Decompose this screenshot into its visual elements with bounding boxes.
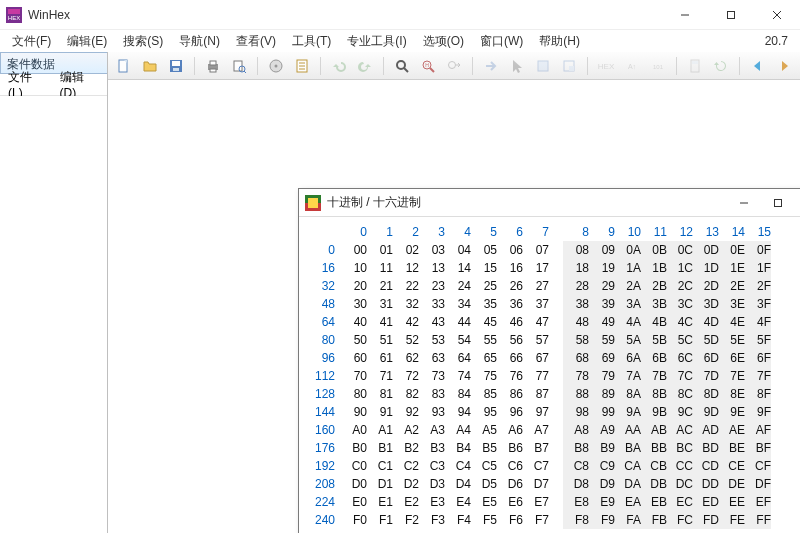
hex-cell[interactable]: 1D: [693, 259, 719, 277]
find-next-icon[interactable]: [444, 56, 464, 76]
hex-cell[interactable]: 70: [341, 367, 367, 385]
hex-cell[interactable]: 87: [523, 385, 549, 403]
hex-cell[interactable]: B3: [419, 439, 445, 457]
hex-cell[interactable]: 5E: [719, 331, 745, 349]
hex-cell[interactable]: E6: [497, 493, 523, 511]
hex-cell[interactable]: E0: [341, 493, 367, 511]
dialog-maximize-button[interactable]: [761, 192, 795, 214]
hex-cell[interactable]: AB: [641, 421, 667, 439]
hex-cell[interactable]: 64: [445, 349, 471, 367]
maximize-button[interactable]: [708, 0, 754, 30]
hex-cell[interactable]: 85: [471, 385, 497, 403]
hex-cell[interactable]: B8: [563, 439, 589, 457]
hex-cell[interactable]: 4F: [745, 313, 771, 331]
hex-cell[interactable]: 23: [419, 277, 445, 295]
hex-cell[interactable]: 86: [497, 385, 523, 403]
hex-cell[interactable]: D4: [445, 475, 471, 493]
hex-cell[interactable]: 69: [589, 349, 615, 367]
hex-cell[interactable]: 11: [367, 259, 393, 277]
hex-cell[interactable]: 0C: [667, 241, 693, 259]
hex-cell[interactable]: 49: [589, 313, 615, 331]
hex-cell[interactable]: 35: [471, 295, 497, 313]
hex-cell[interactable]: D6: [497, 475, 523, 493]
hex-cell[interactable]: C4: [445, 457, 471, 475]
hex-cell[interactable]: 36: [497, 295, 523, 313]
hex-cell[interactable]: D2: [393, 475, 419, 493]
hex-cell[interactable]: 0D: [693, 241, 719, 259]
hex-cell[interactable]: 73: [419, 367, 445, 385]
hex-cell[interactable]: 7C: [667, 367, 693, 385]
properties-icon[interactable]: [292, 56, 312, 76]
hex-cell[interactable]: FC: [667, 511, 693, 529]
save-icon[interactable]: [166, 56, 186, 76]
hex-cell[interactable]: 4D: [693, 313, 719, 331]
hex-cell[interactable]: 29: [589, 277, 615, 295]
hex-cell[interactable]: 10: [341, 259, 367, 277]
hex-cell[interactable]: 4B: [641, 313, 667, 331]
hex-cell[interactable]: C5: [471, 457, 497, 475]
hex-cell[interactable]: 22: [393, 277, 419, 295]
hex-cell[interactable]: 15: [471, 259, 497, 277]
hex-cell[interactable]: 5B: [641, 331, 667, 349]
hex-cell[interactable]: 57: [523, 331, 549, 349]
hex-cell[interactable]: 95: [471, 403, 497, 421]
hex-cell[interactable]: 39: [589, 295, 615, 313]
hex-cell[interactable]: F7: [523, 511, 549, 529]
hex-cell[interactable]: FD: [693, 511, 719, 529]
hex-cell[interactable]: FE: [719, 511, 745, 529]
hex-cell[interactable]: 9D: [693, 403, 719, 421]
hex-cell[interactable]: 6F: [745, 349, 771, 367]
hex-cell[interactable]: A0: [341, 421, 367, 439]
hex-cell[interactable]: D1: [367, 475, 393, 493]
hex-cell[interactable]: 3C: [667, 295, 693, 313]
hex-cell[interactable]: 37: [523, 295, 549, 313]
hex-cell[interactable]: BF: [745, 439, 771, 457]
hex-cell[interactable]: C2: [393, 457, 419, 475]
hex-cell[interactable]: 2E: [719, 277, 745, 295]
hex-cell[interactable]: 44: [445, 313, 471, 331]
hex-cell[interactable]: 01: [367, 241, 393, 259]
hex-cell[interactable]: CD: [693, 457, 719, 475]
hex-cell[interactable]: F8: [563, 511, 589, 529]
dialog-minimize-button[interactable]: [727, 192, 761, 214]
hex-cell[interactable]: C3: [419, 457, 445, 475]
hex-cell[interactable]: D0: [341, 475, 367, 493]
hex-cell[interactable]: C0: [341, 457, 367, 475]
hex-cell[interactable]: F1: [367, 511, 393, 529]
menu-item[interactable]: 工具(T): [284, 32, 339, 50]
hex-cell[interactable]: 93: [419, 403, 445, 421]
hex-cell[interactable]: A7: [523, 421, 549, 439]
menu-item[interactable]: 选项(O): [415, 32, 472, 50]
hex-cell[interactable]: 13: [419, 259, 445, 277]
hex-cell[interactable]: AD: [693, 421, 719, 439]
hex-cell[interactable]: B2: [393, 439, 419, 457]
hex-cell[interactable]: EA: [615, 493, 641, 511]
hex-cell[interactable]: 65: [471, 349, 497, 367]
hex-cell[interactable]: BC: [667, 439, 693, 457]
hex-cell[interactable]: 46: [497, 313, 523, 331]
forward-icon[interactable]: [774, 56, 794, 76]
hex-mode-icon[interactable]: HEX: [596, 56, 616, 76]
hex-cell[interactable]: CF: [745, 457, 771, 475]
hex-cell[interactable]: 45: [471, 313, 497, 331]
hex-cell[interactable]: 8E: [719, 385, 745, 403]
hex-cell[interactable]: BA: [615, 439, 641, 457]
hex-cell[interactable]: F9: [589, 511, 615, 529]
hex-cell[interactable]: 82: [393, 385, 419, 403]
hex-cell[interactable]: 32: [393, 295, 419, 313]
hex-cell[interactable]: 2D: [693, 277, 719, 295]
hex-cell[interactable]: 08: [563, 241, 589, 259]
hex-cell[interactable]: 6C: [667, 349, 693, 367]
hex-cell[interactable]: 27: [523, 277, 549, 295]
hex-cell[interactable]: 6D: [693, 349, 719, 367]
hex-cell[interactable]: 66: [497, 349, 523, 367]
hex-cell[interactable]: 1C: [667, 259, 693, 277]
hex-cell[interactable]: F2: [393, 511, 419, 529]
hex-cell[interactable]: A2: [393, 421, 419, 439]
hex-cell[interactable]: EF: [745, 493, 771, 511]
hex-cell[interactable]: 51: [367, 331, 393, 349]
hex-cell[interactable]: 62: [393, 349, 419, 367]
menu-item[interactable]: 专业工具(I): [339, 32, 414, 50]
hex-cell[interactable]: 67: [523, 349, 549, 367]
hex-cell[interactable]: D7: [523, 475, 549, 493]
